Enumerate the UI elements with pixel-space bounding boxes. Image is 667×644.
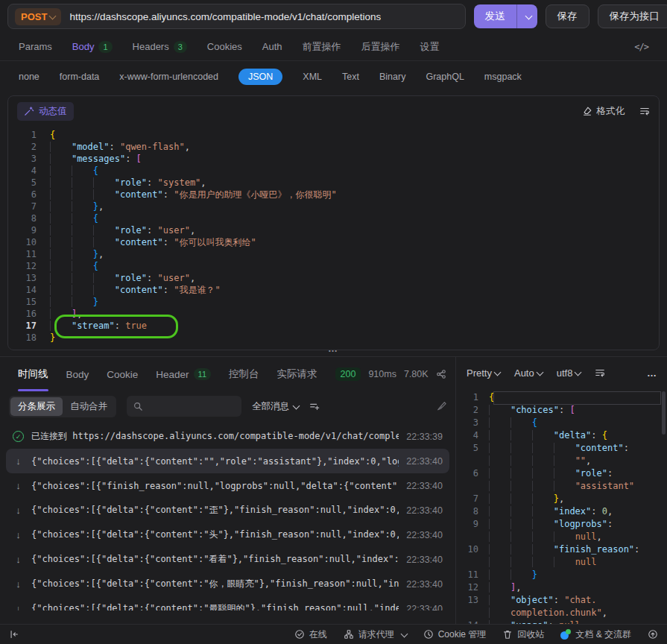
save-button[interactable]: 保存 — [546, 4, 589, 28]
url-bar[interactable]: POST https://dashscope.aliyuncs.com/comp… — [7, 4, 466, 29]
send-dropdown[interactable] — [517, 4, 537, 28]
body-type-x-www-form-urlencoded[interactable]: x-www-form-urlencoded — [119, 72, 218, 82]
split-display-option[interactable]: 分条展示 — [10, 397, 63, 416]
body-type-msgpack[interactable]: msgpack — [484, 72, 522, 82]
body-type-json[interactable]: JSON — [238, 69, 282, 85]
header-count-badge: 11 — [194, 368, 211, 380]
timeline-row[interactable]: ↓{"choices":[{"delta":{"content":"歪"},"f… — [6, 498, 449, 523]
dynamic-value-button[interactable]: 动态值 — [17, 102, 74, 121]
pretty-mode-select[interactable]: Pretty — [467, 367, 500, 379]
tab-response-body[interactable]: Body — [66, 357, 89, 391]
timeline-filter-row: 分条展示 自动合并 全部消息 — [0, 391, 455, 421]
format-select[interactable]: Auto — [514, 367, 543, 379]
share-icon[interactable] — [436, 369, 446, 379]
body-type-xml[interactable]: XML — [303, 72, 322, 82]
code-line: 9 "role": "user", — [8, 224, 659, 236]
viewer-word-wrap-icon[interactable] — [595, 367, 605, 378]
code-line: 18} — [8, 332, 659, 344]
send-button[interactable]: 发送 — [474, 4, 537, 28]
cookie-manager[interactable]: Cookie 管理 — [423, 628, 487, 641]
display-mode-segment: 分条展示 自动合并 — [9, 396, 116, 417]
message-type-filter[interactable]: 全部消息 — [252, 400, 299, 413]
tab-response-header[interactable]: Header11 — [156, 357, 211, 391]
docs-community-icon — [560, 629, 571, 640]
save-as-api-button[interactable]: 保存为接口 — [598, 4, 667, 28]
code-view-icon[interactable]: </> — [634, 42, 648, 52]
tab-pre-operations[interactable]: 前置操作 — [303, 40, 341, 54]
auto-merge-option[interactable]: 自动合并 — [63, 397, 115, 416]
timeline-row[interactable]: ↓{"choices":[{"delta":{"content":"看着"},"… — [6, 547, 449, 572]
sse-chunk-arrow-icon: ↓ — [13, 455, 24, 467]
tab-console[interactable]: 控制台 — [229, 357, 259, 391]
sse-chunk-arrow-icon: ↓ — [13, 554, 24, 565]
tab-cookies[interactable]: Cookies — [207, 41, 242, 52]
code-line: 9 "logprobs": — [456, 518, 667, 531]
line-number: 11 — [8, 248, 50, 260]
timeline-row-text: {"choices":[{"delta":{"content":"看着"},"f… — [31, 553, 399, 566]
url-input[interactable]: https://dashscope.aliyuncs.com/compatibl… — [69, 11, 381, 22]
save-label: 保存 — [557, 10, 578, 23]
tab-auth[interactable]: Auth — [262, 41, 282, 52]
code-line: 1{ — [8, 129, 659, 141]
tab-body[interactable]: Body1 — [72, 41, 113, 53]
code-line: "assistant" — [456, 480, 667, 493]
body-type-binary[interactable]: Binary — [379, 72, 405, 82]
line-number: 8 — [8, 212, 50, 224]
timeline-row[interactable]: ↓{"choices":[{"finish_reason":null,"logp… — [6, 473, 449, 498]
request-proxy-menu[interactable]: 请求代理 — [344, 628, 407, 641]
timeline-row[interactable]: ↓{"choices":[{"delta":{"content":"你，眼睛亮"… — [6, 572, 449, 596]
timeline-row-time: 22:33:40 — [406, 481, 443, 491]
tab-params[interactable]: Params — [19, 41, 52, 52]
chevron-down-icon — [494, 368, 502, 376]
format-button[interactable]: 格式化 — [582, 105, 625, 118]
docs-community-link[interactable]: 文档 & 交流群 — [560, 628, 631, 641]
sse-chunk-arrow-icon: ↓ — [13, 529, 24, 540]
timeline-row[interactable]: ↓{"choices":[{"delta":{"content":"头"},"f… — [6, 523, 449, 547]
timeline-event-list: ✓已连接到 https://dashscope.aliyuncs.com/com… — [0, 421, 455, 610]
tab-headers[interactable]: Headers3 — [133, 41, 187, 53]
response-json-viewer[interactable]: 1{2 "choices": [3 {4 "delta": {5 "conten… — [456, 388, 667, 625]
code-line: completion.chunk", — [456, 607, 667, 619]
tab-actual-request[interactable]: 实际请求 — [277, 357, 317, 391]
response-meta: 200 910ms 7.80K — [335, 367, 449, 381]
code-line: 6 "role": — [456, 467, 667, 480]
tab-post-operations[interactable]: 后置操作 — [361, 40, 400, 54]
word-wrap-icon[interactable] — [639, 106, 650, 116]
line-number — [456, 455, 489, 467]
body-type-form-data[interactable]: form-data — [60, 72, 100, 82]
body-type-text[interactable]: Text — [342, 72, 359, 82]
add-filter-icon[interactable] — [309, 401, 320, 411]
online-status[interactable]: 在线 — [294, 628, 327, 641]
recycle-bin[interactable]: 回收站 — [502, 628, 544, 641]
line-number: 5 — [8, 177, 50, 189]
code-line: 11 }, — [8, 248, 659, 260]
line-number: 11 — [456, 569, 489, 581]
code-line: "", — [456, 455, 667, 467]
save-as-label: 保存为接口 — [610, 10, 660, 23]
timeline-row[interactable]: ↓{"choices":[{"delta":{"content":"最聪明的"}… — [6, 596, 449, 610]
tab-settings[interactable]: 设置 — [420, 40, 440, 54]
code-line: 7 }, — [8, 201, 659, 212]
body-type-none[interactable]: none — [19, 72, 39, 82]
line-number — [456, 480, 489, 493]
timeline-row[interactable]: ✓已连接到 https://dashscope.aliyuncs.com/com… — [6, 424, 449, 449]
panel-resize-handle[interactable]: … — [0, 343, 667, 355]
code-line: 12 { — [8, 260, 659, 272]
scrollbar-thumb[interactable] — [662, 391, 666, 435]
request-bar: POST https://dashscope.aliyuncs.com/comp… — [0, 0, 667, 33]
encoding-select[interactable]: utf8 — [557, 367, 581, 379]
collapse-sidebar-icon[interactable] — [9, 629, 19, 640]
viewer-more-menu[interactable]: … — [647, 367, 657, 379]
timeline-row-time: 22:33:39 — [406, 432, 443, 442]
tab-response-cookie[interactable]: Cookie — [107, 357, 138, 391]
tab-timeline[interactable]: 时间线 — [18, 357, 48, 391]
code-line: 11 } — [456, 569, 667, 581]
body-type-graphql[interactable]: GraphQL — [426, 72, 464, 82]
timeline-search-input[interactable] — [127, 396, 241, 417]
timeline-row[interactable]: ↓{"choices":[{"delta":{"content":"","rol… — [6, 449, 449, 473]
method-select[interactable]: POST — [15, 8, 61, 25]
chevron-down-icon — [400, 630, 408, 637]
scroll-top-icon[interactable] — [648, 629, 658, 640]
json-code-area[interactable]: 1{2 "model": "qwen-flash",3 "messages": … — [8, 129, 659, 350]
clear-timeline-icon[interactable] — [436, 401, 446, 411]
